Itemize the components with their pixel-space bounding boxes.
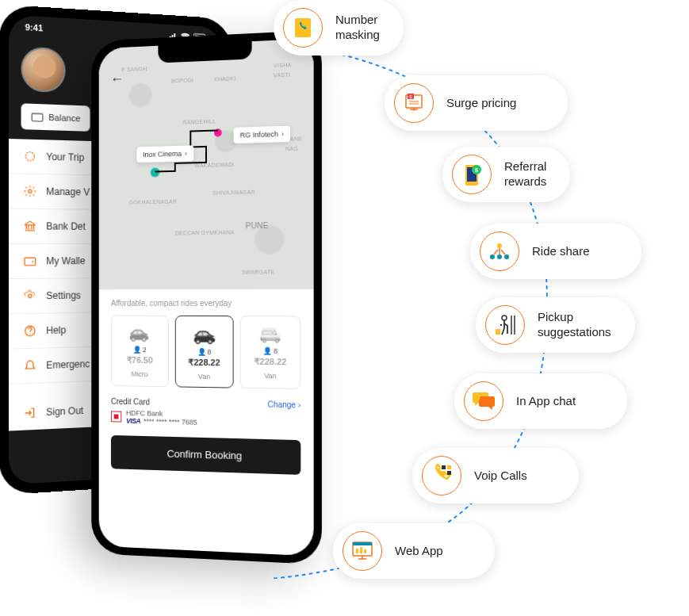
help-icon xyxy=(24,324,36,338)
payment-title: Credit Card xyxy=(111,397,150,407)
menu-label: My Walle xyxy=(46,255,85,266)
menu-label: Your Trip xyxy=(46,151,84,163)
pickup-pin[interactable]: Inox Cinema › xyxy=(136,145,193,163)
passenger-count: 👤 8 xyxy=(263,347,278,355)
bank-icon xyxy=(24,220,36,232)
chevron-right-icon: › xyxy=(281,130,284,138)
svg-rect-27 xyxy=(442,471,446,475)
vehicle-card-selected[interactable]: 🚗 👤 8 ₹228.22 Van xyxy=(174,316,234,388)
passenger-count: 👤 8 xyxy=(197,348,212,356)
car-icon: 🚗 xyxy=(193,323,216,345)
svg-point-21 xyxy=(504,254,509,259)
vehicle-name: Van xyxy=(264,372,276,380)
signout-icon xyxy=(24,406,36,419)
wallet-icon xyxy=(24,254,36,267)
feature-label: Web App xyxy=(395,544,443,559)
svg-rect-28 xyxy=(447,471,451,475)
passenger-count: 👤 2 xyxy=(132,346,146,354)
van-icon: 🚐 xyxy=(259,323,281,343)
svg-rect-26 xyxy=(447,465,451,469)
svg-rect-24 xyxy=(496,329,500,335)
svg-point-8 xyxy=(29,294,32,297)
pin-label: Inox Cinema xyxy=(143,150,182,159)
gear-icon xyxy=(24,185,36,198)
svg-point-10 xyxy=(29,333,30,334)
feature-label: In App chat xyxy=(516,394,576,409)
surge-icon: $ xyxy=(394,83,434,123)
change-payment-link[interactable]: Change › xyxy=(268,400,301,410)
menu-label: Settings xyxy=(46,290,81,302)
vehicle-card-van[interactable]: 🚐 👤 8 ₹228.22 Van xyxy=(240,316,300,389)
svg-text:$: $ xyxy=(410,94,412,99)
feature-number-masking: Numbermasking xyxy=(274,0,404,55)
svg-rect-30 xyxy=(353,542,372,545)
avatar[interactable] xyxy=(21,46,66,93)
map[interactable]: P SANGH BOPODI KHADKI VISHA VASTI RANGEH… xyxy=(99,39,314,290)
confirm-label: Confirm Booking xyxy=(167,448,242,462)
payment-method[interactable]: HDFC Bank VISA **** **** **** 7685 xyxy=(111,409,300,429)
svg-point-22 xyxy=(497,254,502,259)
vehicle-card-micro[interactable]: 🚗 👤 2 ₹76.50 Micro xyxy=(111,316,169,388)
svg-point-23 xyxy=(502,316,507,320)
vehicle-name: Micro xyxy=(132,370,148,378)
menu-label: Sign Out xyxy=(46,405,83,418)
menu-label: Bank Det xyxy=(46,220,86,232)
feature-label: Referralrewards xyxy=(504,159,546,189)
svg-rect-32 xyxy=(360,547,362,553)
chat-icon xyxy=(464,381,503,421)
balance-chip[interactable]: Balance xyxy=(21,103,90,132)
feature-ride-share: Ride share xyxy=(470,224,641,279)
feature-pickup-suggestions: Pickupsuggestations xyxy=(476,297,635,353)
svg-rect-3 xyxy=(32,113,43,121)
feature-label: Voip Calls xyxy=(474,469,527,484)
svg-rect-25 xyxy=(442,465,446,469)
confirm-booking-button[interactable]: Confirm Booking xyxy=(111,435,300,475)
hdfc-logo-icon xyxy=(111,411,121,422)
menu-label: Help xyxy=(46,324,66,336)
vehicle-price: ₹76.50 xyxy=(127,355,153,365)
vehicle-price: ₹228.22 xyxy=(254,357,286,368)
svg-point-5 xyxy=(29,189,32,193)
svg-point-19 xyxy=(497,243,502,248)
svg-point-4 xyxy=(25,152,34,161)
alert-icon xyxy=(24,359,36,373)
booking-tagline: Affordable, compact rides everyday xyxy=(111,299,300,308)
voip-icon xyxy=(422,456,461,495)
balance-label: Balance xyxy=(48,113,80,124)
feature-label: Ride share xyxy=(532,244,590,259)
car-icon: 🚗 xyxy=(129,323,150,343)
ride-share-icon xyxy=(480,231,519,271)
vehicle-options: 🚗 👤 2 ₹76.50 Micro 🚗 👤 8 ₹228.22 Van 🚐 👤… xyxy=(111,316,300,389)
booking-panel: Affordable, compact rides everyday 🚗 👤 2… xyxy=(99,289,314,557)
web-app-icon xyxy=(343,531,382,571)
menu-label: Emergenc xyxy=(46,358,90,371)
svg-rect-6 xyxy=(25,258,36,266)
drop-pin[interactable]: RG Infotech › xyxy=(234,126,290,143)
pickup-icon xyxy=(485,305,525,345)
wallet-icon xyxy=(31,110,44,124)
vehicle-price: ₹228.22 xyxy=(189,358,220,368)
feature-label: Pickupsuggestations xyxy=(538,310,611,340)
feature-voip-calls: Voip Calls xyxy=(412,448,579,503)
feature-label: Numbermasking xyxy=(335,13,380,43)
svg-point-20 xyxy=(490,254,495,259)
feature-surge-pricing: $ Surge pricing xyxy=(385,75,568,131)
referral-icon: $ xyxy=(452,155,492,194)
svg-point-7 xyxy=(32,261,33,262)
trips-icon xyxy=(24,150,36,163)
svg-text:$: $ xyxy=(475,167,478,174)
vehicle-name: Van xyxy=(198,373,210,381)
feature-label: Surge pricing xyxy=(446,96,516,111)
feature-in-app-chat: In App chat xyxy=(454,373,627,429)
menu-label: Manage V xyxy=(46,186,90,197)
back-arrow[interactable]: ← xyxy=(110,71,124,87)
svg-rect-33 xyxy=(364,549,366,553)
settings-icon xyxy=(24,289,36,303)
card-masked: **** **** **** 7685 xyxy=(144,417,197,427)
phone-book-icon xyxy=(283,8,323,48)
chevron-right-icon: › xyxy=(185,150,187,158)
feature-web-app: Web App xyxy=(333,523,495,579)
status-time: 9:41 xyxy=(25,22,44,33)
feature-referral-rewards: $ Referralrewards xyxy=(442,147,570,202)
pin-label: RG Infotech xyxy=(240,130,278,140)
